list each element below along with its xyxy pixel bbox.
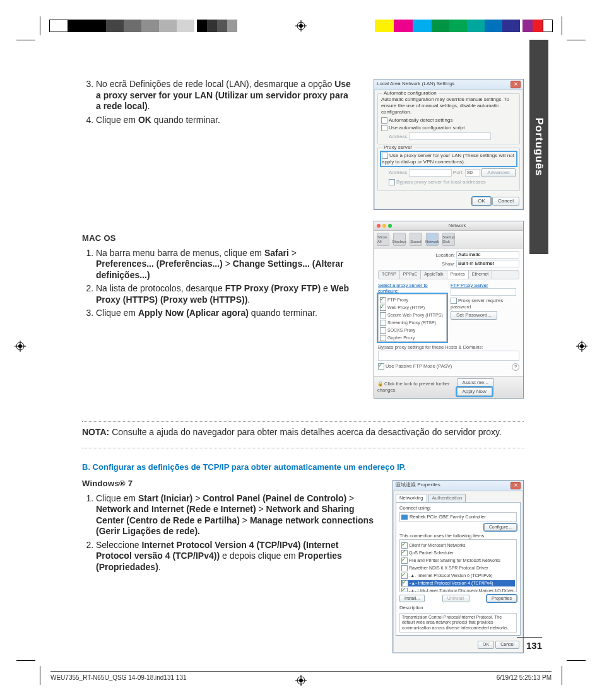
use-script-checkbox[interactable]: Use automatic configuration script <box>381 125 516 131</box>
crop-mark <box>562 16 562 35</box>
page: Português Local Area Network (LAN) Setti… <box>0 0 602 700</box>
language-label: Português <box>533 117 545 176</box>
lock-icon[interactable]: 🔒 <box>377 381 384 387</box>
displays-icon[interactable]: Displays <box>393 233 406 246</box>
step-3: No ecrã Definições de rede local (LAN), … <box>96 79 355 112</box>
separator <box>82 448 524 448</box>
pasv-checkbox[interactable]: Use Passive FTP Mode (PASV) <box>386 363 452 369</box>
nic-box: Realtek PCIe GBE Family Controller <box>399 512 517 522</box>
crop-mark <box>562 666 562 685</box>
advanced-button[interactable]: Advanced <box>481 168 516 177</box>
proxy-address-row: Address Port: Advanced <box>389 168 516 177</box>
cancel-button[interactable]: Cancel <box>492 197 519 206</box>
mac-window-title: Network <box>394 223 521 228</box>
dialog-title: 區域連線 Properties <box>396 482 440 489</box>
tab-appletalk[interactable]: AppleTalk <box>421 271 447 279</box>
tab-tcpip[interactable]: TCP/IP <box>379 271 400 279</box>
win7-steps: Clique em Start (Iniciar) > Control Pane… <box>82 493 374 573</box>
close-icon[interactable] <box>377 224 381 228</box>
ok-button[interactable]: OK <box>478 641 494 649</box>
note-block: NOTA: Consulte a ajuda do navegador para… <box>82 426 524 442</box>
mac-step-2: Na lista de protocolos, desarque FTP Pro… <box>96 283 351 305</box>
crop-mark <box>16 660 35 661</box>
mac-tabs: TCP/IP PPPoE AppleTalk Proxies Ethernet <box>378 270 519 279</box>
crop-mark <box>40 666 40 685</box>
macos-network-dialog: Network Show All Displays Sound Network … <box>374 221 524 398</box>
registration-mark-icon <box>295 20 307 32</box>
uses-label: This connection uses the following items… <box>399 533 517 539</box>
connect-using-label: Connect using: <box>399 505 517 511</box>
language-tab: Português <box>529 40 548 254</box>
dialog-titlebar: 區域連線 Properties ✕ <box>393 481 523 491</box>
group-legend: Automatic configuration <box>382 90 439 96</box>
note-label: NOTA: <box>82 427 109 437</box>
note-text: Consulte a ajuda do navegador para obter… <box>109 427 502 437</box>
tab-proxies[interactable]: Proxies <box>447 271 469 279</box>
auto-detect-checkbox[interactable]: Automatically detect settings <box>381 117 516 124</box>
description-heading: Description <box>399 605 517 610</box>
macos-steps: Na barra menu barra de menus, clique em … <box>82 248 351 319</box>
location-row: Location: <box>378 251 519 259</box>
win7-properties-dialog: 區域連線 Properties ✕ Networking Authenticat… <box>392 480 524 653</box>
group-description: Automatic configuration may override man… <box>381 96 516 115</box>
bypass-checkbox[interactable]: Bypass proxy server for local addresses <box>389 179 516 185</box>
properties-button[interactable]: Properties <box>487 595 517 603</box>
footer-file: WEU7355_RT-N65U_QSG 14-09-18.ind131 131 <box>50 674 187 681</box>
main-content: Local Area Network (LAN) Settings ✕ Auto… <box>82 79 524 658</box>
description-text: Transmission Control Protocol/Internet P… <box>399 613 517 633</box>
set-password-button[interactable]: Set Password... <box>451 311 497 320</box>
sound-icon[interactable]: Sound <box>410 233 422 246</box>
lock-hint: 🔒 Click the lock to prevent further chan… <box>377 381 457 393</box>
ok-button[interactable]: OK <box>472 197 491 206</box>
tab-networking[interactable]: Networking <box>396 494 427 501</box>
win7-step-2: Seleccione Internet Protocol Version 4 (… <box>96 540 374 573</box>
proxy-list[interactable]: FTP Proxy Web Proxy (HTTP) Secure Web Pr… <box>378 294 447 342</box>
assist-button[interactable]: Assist me... <box>457 378 494 387</box>
proxy-port-input <box>465 169 480 177</box>
proxy-address-input <box>409 169 452 177</box>
registration-mark-icon <box>576 341 587 352</box>
print-color-bar <box>49 20 237 32</box>
steps-list: No ecrã Definições de rede local (LAN), … <box>82 79 355 125</box>
startup-disk-icon[interactable]: Startup Disk <box>442 233 455 246</box>
show-select[interactable] <box>456 260 519 267</box>
tab-ethernet[interactable]: Ethernet <box>469 271 492 279</box>
bypass-hosts-input[interactable] <box>378 351 519 361</box>
items-list[interactable]: Client for Microsoft Networks QoS Packet… <box>399 539 517 592</box>
print-color-bar <box>375 20 553 32</box>
print-footer: WEU7355_RT-N65U_QSG 14-09-18.ind131 131 … <box>50 671 552 681</box>
select-proxy-label: Select a proxy server to configure: <box>378 283 447 295</box>
zoom-icon[interactable] <box>388 224 392 228</box>
cancel-button[interactable]: Cancel <box>495 641 519 649</box>
crop-mark <box>567 660 586 661</box>
ftp-proxy-server-input[interactable] <box>451 288 516 296</box>
apply-now-button[interactable]: Apply Now <box>457 387 492 396</box>
use-proxy-checkbox[interactable]: Use a proxy server for your LAN (These s… <box>381 152 516 166</box>
tab-authentication[interactable]: Authentication <box>428 494 466 501</box>
mac-step-1: Na barra menu barra de menus, clique em … <box>96 248 351 281</box>
network-icon[interactable]: Network <box>426 233 439 246</box>
configure-button[interactable]: Configure... <box>484 523 517 532</box>
install-button[interactable]: Install... <box>399 595 425 603</box>
crop-mark <box>567 40 586 40</box>
separator <box>82 421 524 422</box>
script-address-input <box>409 132 491 140</box>
group-legend: Proxy server <box>382 144 414 151</box>
registration-mark-icon <box>15 341 26 352</box>
minimize-icon[interactable] <box>382 224 386 228</box>
close-icon[interactable]: ✕ <box>511 482 521 489</box>
step-4: Clique em OK quando terminar. <box>96 115 355 126</box>
close-icon[interactable]: ✕ <box>511 81 521 88</box>
page-number-block: 131 <box>517 637 542 651</box>
mac-step-3: Clique em Apply Now (Aplicar agora) quan… <box>96 308 351 319</box>
requires-password-checkbox[interactable]: Proxy server requires password <box>451 298 503 310</box>
win7-step-1: Clique em Start (Iniciar) > Control Pane… <box>96 493 374 537</box>
show-all-icon[interactable]: Show All <box>377 233 389 246</box>
location-select[interactable] <box>456 251 519 259</box>
automatic-config-group: Automatic configuration Automatic config… <box>377 93 520 144</box>
bypass-label: Bypass proxy settings for these Hosts & … <box>378 344 519 350</box>
tab-pppoe[interactable]: PPPoE <box>400 271 422 279</box>
ftp-server-label: FTP Proxy Server <box>451 283 519 288</box>
help-icon[interactable]: ? <box>512 363 519 371</box>
proxy-server-group: Proxy server Use a proxy server for your… <box>377 148 520 191</box>
